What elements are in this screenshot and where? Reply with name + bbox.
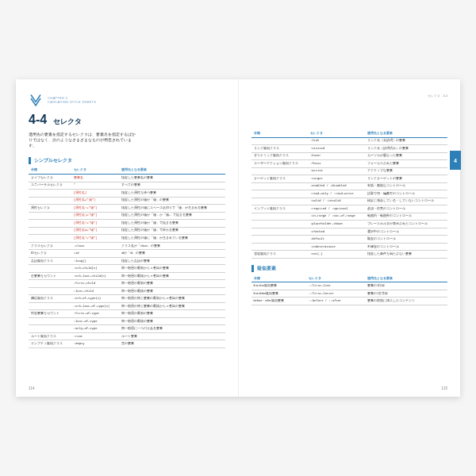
table-row: :read-only / :read-write読取専用・編集可のコントロール — [251, 190, 448, 198]
chapter-header: CHAPTER 4 CASCADING STYLE SHEETS — [29, 94, 225, 108]
table-row: 構造疑似クラス:nth-of-type(n)同一階層の同じ要素の最初から n 番… — [29, 295, 225, 303]
table-row: [属性名$="値"]指定した属性の値が「値」で終わる要素 — [29, 227, 225, 235]
table-row: ルート疑似クラス:rootルート要素 — [29, 332, 225, 340]
breadcrumb: セレクタ 4-4 — [428, 94, 448, 98]
table-row: IDセレクタ#ididが「id」の要素 — [29, 250, 225, 258]
table-row: 否定疑似クラス:not(…)指定した条件を満たさない要素 — [251, 251, 448, 259]
table-row: インプット疑似クラス:required / :optional必須・任意のコント… — [251, 205, 448, 213]
table-row: :default既定のコントロール — [251, 236, 448, 244]
intro-paragraph: 適用先の要素を指定するセレクタは、要素名を指定するばかりではなく、次のようなさま… — [29, 132, 136, 149]
table-row: :placeholder-shownプレースホルダが表示されたコントロール — [251, 221, 448, 228]
table-row: 特定要素をカウント:first-of-type同一階層の最初の要素 — [29, 310, 225, 318]
page-number-right: 115 — [441, 386, 447, 390]
table-row: before・after疑似要素::before / ::after要素の前後に… — [251, 298, 448, 305]
simple-selector-table-cont: 分類 セレクタ 適用先となる要素 :linkリンク元（未訪問）の要素リンク疑似ク… — [251, 130, 448, 259]
table-row: 言語疑似クラス:lang()指定した言語の要素 — [29, 257, 225, 265]
table-row: ダイナミック疑似クラス:hoverカーソルが重なった要素 — [251, 152, 448, 160]
page-right: セレクタ 4-4 4 分類 セレクタ 適用先となる要素 :linkリンク元（未訪… — [239, 79, 461, 397]
table-row: 属性セレクタ[属性名~="値"]指定した属性の値にスペース区切りで「値」が含まれ… — [29, 205, 225, 213]
table-row: :nth-child(n)同一階層の最初から n 番目の要素 — [29, 265, 225, 273]
table-row: [属性名="値"]指定した属性の値が「値」の要素 — [29, 197, 225, 205]
table-row: :nth-last-of-type(n)同一階層の同じ要素の最後から n 番目の… — [29, 302, 225, 310]
section-bar-icon — [29, 157, 31, 164]
table-row: 全要素をカウント:nth-last-child(n)同一階層の最後から n 番目… — [29, 272, 225, 280]
table-row: エンプティ疑似クラス:empty空の要素 — [29, 340, 225, 348]
table-row: :last-child同一階層の最後の要素 — [29, 287, 225, 295]
table-row: :only-of-type同一階層に一つだけある要素 — [29, 325, 225, 333]
table-row: first-letter疑似要素::first-letter要素の1文字目 — [251, 290, 448, 298]
chapter-chevron-icon — [29, 94, 43, 108]
table-row: クラスセレクタ.classクラス名が「class」の要素 — [29, 242, 225, 250]
table-row: リンク疑似クラス:visitedリンク元（訪問済み）の要素 — [251, 145, 448, 153]
table-row: ユニバーサルセレクタ*すべての要素 — [29, 182, 225, 190]
table-row: :valid / :invalid検証に適合している・していないコントロール — [251, 198, 448, 205]
section-bar-icon — [251, 265, 254, 272]
section-title: セレクタ — [53, 117, 82, 127]
table-row: :linkリンク元（未訪問）の要素 — [251, 137, 448, 145]
table-row: タイプセレクタ要素名指定した要素名の要素 — [29, 175, 225, 182]
page-number-left: 114 — [29, 386, 35, 390]
table-row: :last-of-type同一階層の最後の要素 — [29, 317, 225, 325]
table-row: :first-child同一階層の最初の要素 — [29, 280, 225, 288]
table-row: [属性名^="値"]指定した属性の値が「値」で始まる要素 — [29, 220, 225, 228]
table-row: :enabled / :disabled有効・無効なコントロール — [251, 182, 448, 190]
subsection-pseudo: 疑似要素 — [251, 265, 448, 272]
chapter-label: CHAPTER 4 CASCADING STYLE SHEETS — [48, 97, 96, 105]
table-row: ターゲット疑似クラス:targetリンクターゲットの要素 — [251, 175, 448, 183]
page-left: CHAPTER 4 CASCADING STYLE SHEETS 4-4 セレク… — [16, 79, 239, 397]
table-row: :in-range / :out-of-range範囲内・範囲外のコントロール — [251, 213, 448, 221]
book-spread: CHAPTER 4 CASCADING STYLE SHEETS 4-4 セレク… — [16, 79, 460, 397]
table-row: [属性名]指定した属性を持つ要素 — [29, 190, 225, 198]
section-number: 4-4 — [29, 113, 47, 127]
table-row: [属性名*="値"]指定した属性の値に「値」が含まれている要素 — [29, 235, 225, 243]
pseudo-element-table: 分類 セレクタ 適用先となる要素 first-line疑似要素::first-l… — [251, 275, 448, 305]
chapter-tab: 4 — [450, 151, 461, 170]
table-row: [属性名|="値"]指定した属性の値が「値」か「値-」で始まる要素 — [29, 212, 225, 220]
table-row: ユーザーアクション疑似クラス:focusフォーカスされた要素 — [251, 160, 448, 168]
section-title-row: 4-4 セレクタ — [29, 113, 225, 127]
table-row: first-line疑似要素::first-line要素の1行目 — [251, 282, 448, 290]
table-row: :indeterminate不確定のコントロール — [251, 243, 448, 251]
subsection-simple: シンプルセレクタ — [29, 157, 225, 164]
simple-selector-table: 分類 セレクタ 適用先となる要素 タイプセレクタ要素名指定した要素名の要素ユニバ… — [29, 167, 225, 348]
table-row: :checked選択中のコントロール — [251, 228, 448, 236]
table-row: :activeアクティブな要素 — [251, 167, 448, 175]
